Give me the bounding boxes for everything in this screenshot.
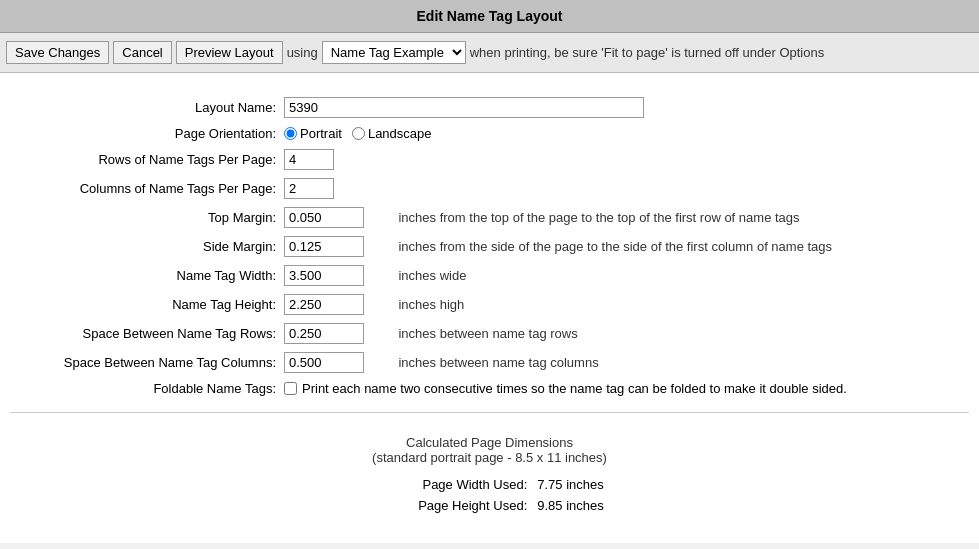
page-height-label: Page Height Used: (371, 496, 531, 515)
space-rows-row: Space Between Name Tag Rows: inches betw… (10, 319, 969, 348)
portrait-radio[interactable] (284, 127, 297, 140)
space-cols-input[interactable] (284, 352, 364, 373)
page-height-value: 9.85 inches (533, 496, 608, 515)
foldable-hint: Print each name two consecutive times so… (302, 381, 847, 396)
calc-title: Calculated Page Dimensions (10, 435, 969, 450)
tag-height-input[interactable] (284, 294, 364, 315)
tag-width-label: Name Tag Width: (10, 261, 280, 290)
form-table: Layout Name: Page Orientation: Portrait (10, 93, 969, 400)
layout-name-label: Layout Name: (10, 93, 280, 122)
side-margin-label: Side Margin: (10, 232, 280, 261)
tag-height-hint: inches high (394, 290, 969, 319)
orientation-group: Portrait Landscape (284, 126, 965, 141)
page-title: Edit Name Tag Layout (0, 0, 979, 33)
side-margin-hint: inches from the side of the page to the … (394, 232, 969, 261)
page-width-row: Page Width Used: 7.75 inches (371, 475, 608, 494)
columns-label: Columns of Name Tags Per Page: (10, 174, 280, 203)
side-margin-row: Side Margin: inches from the side of the… (10, 232, 969, 261)
using-text: using (287, 45, 318, 60)
tag-height-row: Name Tag Height: inches high (10, 290, 969, 319)
preview-button[interactable]: Preview Layout (176, 41, 283, 64)
top-margin-input[interactable] (284, 207, 364, 228)
foldable-checkbox[interactable] (284, 382, 297, 395)
print-hint: when printing, be sure 'Fit to page' is … (470, 45, 825, 60)
landscape-label[interactable]: Landscape (352, 126, 432, 141)
space-rows-hint: inches between name tag rows (394, 319, 969, 348)
rows-input[interactable] (284, 149, 334, 170)
space-cols-row: Space Between Name Tag Columns: inches b… (10, 348, 969, 377)
page-width-label: Page Width Used: (371, 475, 531, 494)
tag-width-input[interactable] (284, 265, 364, 286)
portrait-label[interactable]: Portrait (284, 126, 342, 141)
tag-width-row: Name Tag Width: inches wide (10, 261, 969, 290)
page-height-row: Page Height Used: 9.85 inches (371, 496, 608, 515)
toolbar: Save Changes Cancel Preview Layout using… (0, 33, 979, 73)
side-margin-input[interactable] (284, 236, 364, 257)
save-button[interactable]: Save Changes (6, 41, 109, 64)
foldable-group: Print each name two consecutive times so… (284, 381, 965, 396)
space-rows-input[interactable] (284, 323, 364, 344)
space-cols-label: Space Between Name Tag Columns: (10, 348, 280, 377)
columns-row: Columns of Name Tags Per Page: (10, 174, 969, 203)
space-cols-hint: inches between name tag columns (394, 348, 969, 377)
page-orientation-label: Page Orientation: (10, 122, 280, 145)
layout-name-row: Layout Name: (10, 93, 969, 122)
top-margin-label: Top Margin: (10, 203, 280, 232)
layout-name-input[interactable] (284, 97, 644, 118)
example-select[interactable]: Name Tag Example (322, 41, 466, 64)
calc-dims-table: Page Width Used: 7.75 inches Page Height… (369, 473, 610, 517)
top-margin-hint: inches from the top of the page to the t… (394, 203, 969, 232)
page-orientation-row: Page Orientation: Portrait Landscape (10, 122, 969, 145)
foldable-row: Foldable Name Tags: Print each name two … (10, 377, 969, 400)
calc-subtitle: (standard portrait page - 8.5 x 11 inche… (10, 450, 969, 465)
page-width-value: 7.75 inches (533, 475, 608, 494)
columns-input[interactable] (284, 178, 334, 199)
calc-section: Calculated Page Dimensions (standard por… (10, 425, 969, 523)
divider (10, 412, 969, 413)
top-margin-row: Top Margin: inches from the top of the p… (10, 203, 969, 232)
cancel-button[interactable]: Cancel (113, 41, 171, 64)
form-content: Layout Name: Page Orientation: Portrait (0, 73, 979, 543)
space-rows-label: Space Between Name Tag Rows: (10, 319, 280, 348)
rows-label: Rows of Name Tags Per Page: (10, 145, 280, 174)
rows-row: Rows of Name Tags Per Page: (10, 145, 969, 174)
landscape-radio[interactable] (352, 127, 365, 140)
tag-height-label: Name Tag Height: (10, 290, 280, 319)
foldable-label: Foldable Name Tags: (10, 377, 280, 400)
tag-width-hint: inches wide (394, 261, 969, 290)
